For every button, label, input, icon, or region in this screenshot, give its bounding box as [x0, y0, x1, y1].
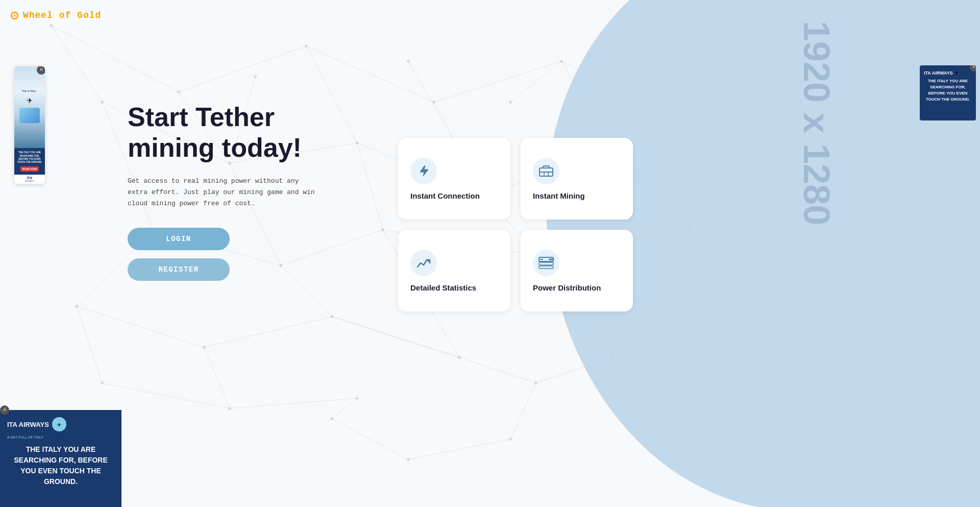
svg-rect-83: [539, 262, 553, 265]
svg-point-68: [407, 60, 410, 63]
svg-line-42: [408, 439, 510, 460]
ad-book-btn[interactable]: BOOK NOW: [20, 166, 39, 172]
svg-point-46: [177, 90, 180, 93]
svg-point-86: [549, 258, 551, 260]
feature-card-instant-connection[interactable]: Instant Connection: [398, 138, 510, 220]
power-distribution-icon: [533, 250, 559, 276]
svg-line-0: [51, 26, 179, 92]
svg-line-43: [332, 398, 357, 419]
svg-line-37: [510, 61, 561, 102]
svg-line-19: [77, 306, 204, 347]
ad-tr-logo: ITA AIRWAYS: [924, 70, 953, 76]
svg-line-2: [306, 46, 434, 102]
feature-card-instant-mining[interactable]: Instant Mining: [521, 138, 633, 220]
ad-left-plane-icon: ✈: [27, 94, 33, 106]
instant-connection-label: Instant Connection: [410, 191, 480, 200]
svg-point-64: [101, 381, 104, 384]
svg-point-65: [228, 407, 231, 410]
ad-bottom-plane-icon: ✈: [57, 420, 61, 429]
svg-point-60: [75, 305, 78, 308]
svg-line-27: [204, 347, 230, 408]
logo-area: ⚙ Wheel of Gold: [10, 7, 101, 24]
hero-headline: Start Tether mining today!: [128, 102, 322, 163]
svg-point-73: [534, 381, 537, 384]
power-distribution-label: Power Distribution: [533, 283, 601, 292]
svg-point-61: [203, 346, 206, 349]
svg-point-47: [305, 44, 308, 47]
ad-tr-plane-icon: ✈: [955, 69, 959, 76]
ad-bottom-headline: THE ITALY YOU ARE SEARCHING FOR, BEFORE …: [7, 444, 114, 487]
svg-point-76: [407, 458, 410, 461]
svg-line-3: [434, 61, 561, 102]
svg-point-77: [509, 438, 512, 441]
ad-banner-bottom-left: × ITA AIRWAYS ✈ A SKY FULL OF ITALY THE …: [0, 410, 121, 507]
svg-line-9: [51, 26, 102, 102]
svg-line-1: [179, 46, 306, 92]
features-grid: Instant Connection Instant Mining Detail…: [398, 138, 633, 311]
svg-point-53: [356, 141, 359, 144]
svg-point-87: [551, 258, 553, 260]
button-group: LOGIN REGISTER: [128, 228, 230, 281]
instant-connection-icon: [410, 158, 437, 184]
logo-icon: ⚙: [10, 7, 19, 24]
login-button[interactable]: LOGIN: [128, 228, 230, 250]
instant-mining-label: Instant Mining: [533, 191, 585, 200]
feature-card-power-distribution[interactable]: Power Distribution: [521, 230, 633, 311]
hero-description: Get access to real mining power without …: [128, 176, 322, 209]
ad-left-trip-text: Trip to Italy...: [21, 89, 37, 92]
svg-point-67: [254, 75, 257, 78]
ad-left-headline: THE ITALY YOU ARE SEARCHING FOR, BEFORE …: [16, 151, 43, 164]
svg-point-69: [509, 101, 512, 104]
svg-point-62: [330, 315, 333, 318]
svg-line-24: [102, 383, 230, 408]
svg-line-20: [204, 317, 332, 347]
svg-line-41: [332, 419, 408, 460]
dimension-watermark: 1920 x 1280: [796, 21, 838, 225]
svg-point-51: [101, 101, 104, 104]
ad-tr-headline: THE ITALY YOU ARE SEARCHING FOR, BEFORE …: [924, 78, 972, 103]
register-button[interactable]: REGISTER: [128, 258, 230, 281]
svg-point-63: [458, 356, 461, 359]
ad-banner-top-right: × ITA AIRWAYS ✈ THE ITALY YOU ARE SEARCH…: [920, 65, 976, 120]
logo-text: Wheel of Gold: [23, 10, 101, 20]
instant-mining-icon: [533, 158, 559, 184]
svg-point-48: [432, 101, 435, 104]
svg-line-18: [357, 143, 383, 230]
ad-left-logo-text: ITA: [16, 176, 43, 180]
svg-rect-84: [539, 266, 553, 269]
ad-bottom-tagline: A SKY FULL OF ITALY: [7, 436, 114, 439]
ad-left-tagline: AIRWAYS: [16, 180, 43, 182]
svg-line-25: [230, 398, 357, 408]
svg-line-31: [459, 357, 536, 383]
ad-left-close[interactable]: ×: [37, 66, 45, 75]
ad-bottom-logo: ITA AIRWAYS: [7, 421, 49, 428]
svg-point-75: [330, 417, 333, 420]
svg-line-44: [510, 383, 536, 439]
feature-card-detailed-statistics[interactable]: Detailed Statistics: [398, 230, 510, 311]
svg-point-66: [356, 397, 359, 400]
detailed-statistics-icon: [410, 250, 437, 276]
svg-line-26: [77, 306, 102, 383]
header: ⚙ Wheel of Gold: [0, 0, 980, 31]
detailed-statistics-label: Detailed Statistics: [410, 283, 476, 292]
svg-point-49: [560, 60, 563, 63]
svg-point-58: [381, 228, 384, 231]
ad-banner-left: × Trip to Italy... ✈ THE ITALY YOU ARE S…: [14, 66, 45, 184]
ad-bottom-close-btn[interactable]: ×: [0, 405, 9, 415]
svg-line-33: [332, 317, 459, 357]
hero-section: Start Tether mining today! Get access to…: [128, 102, 322, 281]
